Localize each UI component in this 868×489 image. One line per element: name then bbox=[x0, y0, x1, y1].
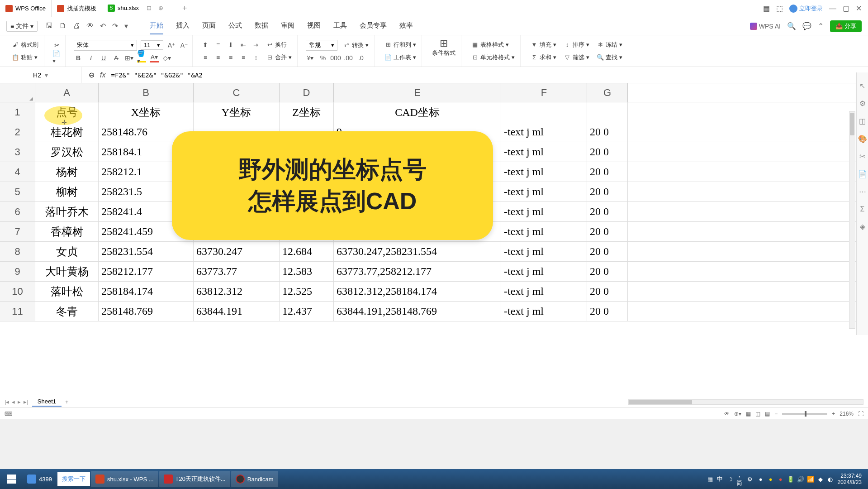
col-header-a[interactable]: A bbox=[35, 83, 99, 102]
collapse-ribbon-icon[interactable]: ⌃ bbox=[818, 22, 824, 30]
tray-gear-icon[interactable]: ⚙ bbox=[746, 475, 754, 483]
taskbar-bandicam[interactable]: Bandicam bbox=[231, 471, 278, 487]
find-button[interactable]: 🔍查找▾ bbox=[595, 53, 624, 62]
cell[interactable]: 258231.554 bbox=[99, 242, 194, 261]
percent-icon[interactable]: % bbox=[318, 53, 327, 62]
cell[interactable]: -text j ml bbox=[501, 242, 587, 261]
border-icon[interactable]: ⊞▾ bbox=[124, 53, 133, 62]
align-right-icon[interactable]: ≡ bbox=[226, 53, 235, 62]
grid-icon[interactable]: ▦ bbox=[763, 4, 770, 13]
tray-volume-icon[interactable]: 🔊 bbox=[797, 475, 804, 483]
tab-review[interactable]: 审阅 bbox=[281, 18, 294, 34]
cond-format-button[interactable]: ⊞条件格式 bbox=[430, 39, 457, 63]
share-button[interactable]: 📤分享 bbox=[830, 20, 862, 32]
sidebar-settings-icon[interactable]: ⚙ bbox=[859, 99, 866, 108]
cell[interactable]: -text j ml bbox=[501, 202, 587, 221]
cell[interactable]: 落叶松 bbox=[35, 282, 99, 301]
merge-button[interactable]: ⊟合并▾ bbox=[264, 53, 294, 62]
view-page-icon[interactable]: ◫ bbox=[755, 411, 760, 417]
zoom-slider[interactable] bbox=[782, 413, 827, 415]
cell[interactable]: 258148.769 bbox=[99, 302, 194, 321]
cell[interactable]: CAD坐标 bbox=[334, 102, 501, 122]
wrap-button[interactable]: ↩换行 bbox=[264, 40, 289, 50]
align-justify-icon[interactable]: ≡ bbox=[239, 53, 248, 62]
template-tab[interactable]: 找插壳模板 bbox=[52, 0, 102, 17]
tray-icon-1[interactable]: ● bbox=[757, 475, 764, 483]
font-size-select[interactable]: 11▾ bbox=[141, 40, 163, 50]
cell[interactable]: 冬青 bbox=[35, 302, 99, 321]
freeze-button[interactable]: ❄冻结▾ bbox=[595, 40, 624, 50]
underline-icon[interactable]: U bbox=[99, 53, 108, 62]
tab-view[interactable]: 视图 bbox=[307, 18, 321, 34]
cut-icon[interactable]: ✂ bbox=[52, 41, 62, 50]
taskbar-4399[interactable]: 4399 bbox=[23, 471, 57, 487]
cell[interactable]: -text j ml bbox=[501, 282, 587, 301]
file-menu[interactable]: ≡文件▾ bbox=[6, 21, 38, 32]
tab-efficiency[interactable]: 效率 bbox=[399, 18, 413, 34]
tab-tools[interactable]: 工具 bbox=[333, 18, 347, 34]
cell[interactable]: -text j ml bbox=[501, 122, 587, 142]
italic-icon[interactable]: I bbox=[86, 53, 95, 62]
currency-icon[interactable]: ¥▾ bbox=[306, 53, 315, 62]
align-bottom-icon[interactable]: ⬇ bbox=[226, 40, 235, 49]
number-format-select[interactable]: 常规▾ bbox=[306, 40, 337, 51]
tab-page[interactable]: 页面 bbox=[202, 18, 216, 34]
align-left-icon[interactable]: ≡ bbox=[201, 53, 210, 62]
cell[interactable]: 12.437 bbox=[280, 302, 334, 321]
cell[interactable]: 63730.247 bbox=[194, 242, 280, 261]
row-header[interactable]: 7 bbox=[0, 222, 35, 241]
vertical-scrollbar[interactable] bbox=[849, 111, 855, 329]
sum-button[interactable]: Σ求和▾ bbox=[529, 53, 558, 62]
cell[interactable]: 杨树 bbox=[35, 162, 99, 182]
col-header-c[interactable]: C bbox=[194, 83, 280, 102]
view-break-icon[interactable]: ▤ bbox=[765, 411, 770, 417]
decrease-font-icon[interactable]: A⁻ bbox=[180, 41, 189, 50]
cell[interactable]: 点号 bbox=[35, 102, 99, 122]
new-tab-button[interactable]: + bbox=[178, 4, 192, 13]
row-header[interactable]: 6 bbox=[0, 202, 35, 221]
table-row[interactable]: 1点号X坐标Y坐标Z坐标CAD坐标 bbox=[0, 102, 868, 122]
format-brush-button[interactable]: 🖌格式刷 bbox=[10, 40, 40, 50]
sheet-prev-icon[interactable]: ◂ bbox=[12, 398, 15, 405]
row-header[interactable]: 1 bbox=[0, 102, 35, 122]
zoom-in-icon[interactable]: + bbox=[832, 411, 835, 417]
cell[interactable]: -text j ml bbox=[501, 262, 587, 281]
horizontal-scrollbar[interactable] bbox=[628, 399, 863, 405]
font-family-select[interactable]: 宋体▾ bbox=[74, 40, 137, 51]
cell[interactable]: 柳树 bbox=[35, 182, 99, 201]
search-icon[interactable]: 🔍 bbox=[787, 22, 796, 30]
cell[interactable]: 63844.191,258148.769 bbox=[334, 302, 501, 321]
cell[interactable]: 63773.77 bbox=[194, 262, 280, 281]
name-box[interactable]: H2▾ bbox=[0, 67, 81, 83]
cell[interactable]: 20 0 bbox=[587, 242, 628, 261]
cell[interactable]: -text j ml bbox=[501, 302, 587, 321]
increase-font-icon[interactable]: A⁺ bbox=[167, 41, 176, 50]
tab-pin-icon[interactable]: ⊕ bbox=[157, 4, 165, 12]
fullscreen-icon[interactable]: ⛶ bbox=[858, 411, 863, 417]
taskbar-clock[interactable]: 23:37:49 2024/8/23 bbox=[838, 473, 862, 486]
cell[interactable]: 罗汉松 bbox=[35, 142, 99, 162]
cell[interactable]: 香樟树 bbox=[35, 222, 99, 241]
row-header[interactable]: 8 bbox=[0, 242, 35, 261]
cell[interactable]: 63812.312 bbox=[194, 282, 280, 301]
table-row[interactable]: 10落叶松258184.17463812.31212.52563812.312,… bbox=[0, 282, 868, 302]
orientation-icon[interactable]: ↕ bbox=[251, 53, 261, 62]
row-header[interactable]: 5 bbox=[0, 182, 35, 201]
sheet-last-icon[interactable]: ▸| bbox=[24, 398, 28, 405]
cell[interactable]: Z坐标 bbox=[280, 102, 334, 122]
fill-color-icon[interactable]: 🪣▾ bbox=[137, 53, 146, 62]
eye-icon[interactable]: 👁 bbox=[724, 411, 730, 417]
cell[interactable]: -text j ml bbox=[501, 162, 587, 182]
cell[interactable]: 落叶乔木 bbox=[35, 202, 99, 221]
formula-input[interactable]: =F2&" "&E2&" "&G2&" "&A2 bbox=[111, 72, 202, 79]
cell[interactable]: 258212.177 bbox=[99, 262, 194, 281]
row-header[interactable]: 2 bbox=[0, 122, 35, 142]
cell[interactable]: 20 0 bbox=[587, 262, 628, 281]
paste-button[interactable]: 📋粘贴▾ bbox=[10, 53, 39, 62]
cell[interactable]: 12.583 bbox=[280, 262, 334, 281]
cell[interactable]: 63730.247,258231.554 bbox=[334, 242, 501, 261]
zoom-out-icon[interactable]: − bbox=[774, 411, 778, 417]
tray-grid-icon[interactable]: ▦ bbox=[707, 475, 714, 483]
filter-button[interactable]: ▽筛选▾ bbox=[562, 53, 591, 62]
align-middle-icon[interactable]: ≡ bbox=[213, 40, 223, 49]
